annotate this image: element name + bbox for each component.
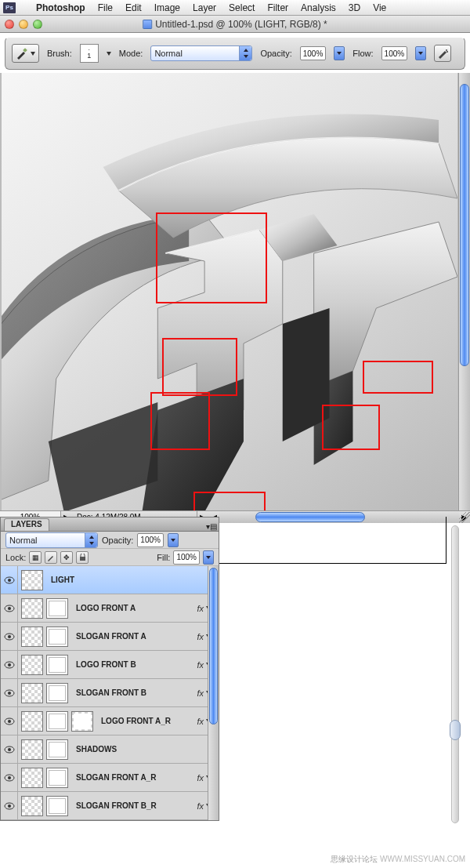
lock-pixels-button[interactable] <box>45 551 57 564</box>
layer-row[interactable]: SLOGAN FRONT Bfx <box>1 679 219 707</box>
layer-thumbnail[interactable] <box>21 711 43 732</box>
opacity-popup-button[interactable] <box>334 46 345 60</box>
layer-thumbnail[interactable] <box>21 626 43 647</box>
layer-row[interactable]: SLOGAN FRONT B_Rfx <box>1 792 219 820</box>
visibility-toggle[interactable] <box>1 764 18 791</box>
visibility-toggle[interactable] <box>1 679 18 706</box>
layer-mask-thumbnail[interactable] <box>46 796 68 816</box>
lock-all-button[interactable] <box>76 551 89 564</box>
flow-input[interactable]: 100% <box>381 46 408 60</box>
layer-extra-thumbnail[interactable] <box>71 711 93 732</box>
layers-panel: LAYERS ▾▤ Normal Opacity: 100% Lock: ▦ ✥… <box>0 517 219 821</box>
panel-menu-button[interactable]: ▾▤ <box>204 522 219 531</box>
flow-popup-button[interactable] <box>415 46 426 60</box>
close-window-button[interactable] <box>5 20 14 29</box>
minimize-window-button[interactable] <box>19 20 28 29</box>
layer-thumbnail[interactable] <box>21 683 43 703</box>
current-tool-preset[interactable] <box>12 44 39 63</box>
layer-thumbnail[interactable] <box>21 768 43 788</box>
visibility-toggle[interactable] <box>1 566 18 594</box>
visibility-toggle[interactable] <box>1 594 18 622</box>
layer-mask-thumbnail[interactable] <box>46 739 68 760</box>
flow-value: 100% <box>385 49 405 58</box>
visibility-toggle[interactable] <box>1 735 18 763</box>
layer-name[interactable]: LOGO FRONT B <box>76 660 136 669</box>
svg-point-2 <box>446 51 448 53</box>
menu-3d[interactable]: 3D <box>349 2 360 13</box>
eye-icon <box>4 576 15 584</box>
layer-mask-thumbnail[interactable] <box>46 768 68 788</box>
layer-name[interactable]: SLOGAN FRONT B <box>76 688 146 697</box>
lock-position-button[interactable]: ✥ <box>60 551 73 564</box>
blend-mode-select[interactable]: Normal <box>150 45 252 61</box>
layer-name[interactable]: LOGO FRONT A_R <box>101 717 171 725</box>
layer-opacity-label: Opacity: <box>102 536 133 545</box>
layer-mask-thumbnail[interactable] <box>46 711 68 732</box>
visibility-toggle[interactable] <box>1 707 18 735</box>
menu-file[interactable]: File <box>98 2 113 13</box>
layer-thumbnail[interactable] <box>21 796 43 816</box>
zoom-window-button[interactable] <box>33 20 42 29</box>
layer-name[interactable]: SLOGAN FRONT A_R <box>76 773 156 782</box>
visibility-toggle[interactable] <box>1 651 18 678</box>
vertical-scrollbar[interactable] <box>458 73 470 510</box>
svg-point-21 <box>8 804 11 808</box>
visibility-toggle[interactable] <box>1 792 18 819</box>
layer-name[interactable]: SHADOWS <box>76 745 117 754</box>
layer-mask-thumbnail[interactable] <box>46 598 68 619</box>
layer-name[interactable]: SLOGAN FRONT A <box>76 632 146 641</box>
layer-thumbnail[interactable] <box>21 739 43 760</box>
layer-mask-thumbnail[interactable] <box>46 626 68 647</box>
menu-layer[interactable]: Layer <box>193 2 216 13</box>
menu-select[interactable]: Select <box>229 2 255 13</box>
layers-vertical-scrollbar[interactable] <box>208 566 219 820</box>
layer-opacity-popup-button[interactable] <box>168 533 179 547</box>
airbrush-toggle[interactable] <box>434 45 451 62</box>
menu-filter[interactable]: Filter <box>267 2 288 13</box>
layer-name[interactable]: LIGHT <box>51 576 74 584</box>
eye-icon <box>4 633 15 641</box>
layer-name[interactable]: LOGO FRONT A <box>76 604 136 612</box>
eye-icon <box>4 689 15 697</box>
layer-thumbnail[interactable] <box>21 655 43 675</box>
resize-grip-icon[interactable] <box>459 512 470 523</box>
layer-row[interactable]: LIGHT <box>1 566 219 594</box>
layer-thumbnail[interactable] <box>21 570 43 590</box>
scrollbar-thumb[interactable] <box>209 568 218 725</box>
flow-label: Flow: <box>352 49 373 58</box>
chevron-down-icon[interactable] <box>107 52 111 56</box>
app-name[interactable]: Photoshop <box>36 2 85 13</box>
layer-name[interactable]: SLOGAN FRONT B_R <box>76 801 157 810</box>
scrollbar-thumb[interactable] <box>450 720 461 740</box>
layers-blend-row: Normal Opacity: 100% <box>1 532 219 549</box>
tab-layers[interactable]: LAYERS <box>4 518 49 531</box>
page-scrollbar[interactable] <box>448 525 462 823</box>
layer-thumbnail[interactable] <box>21 598 43 619</box>
layer-blend-mode-select[interactable]: Normal <box>5 532 98 548</box>
document-titlebar: Untitled-1.psd @ 100% (LIGHT, RGB/8) * <box>0 16 470 33</box>
layer-row[interactable]: SLOGAN FRONT A_Rfx <box>1 764 219 792</box>
menu-view[interactable]: Vie <box>373 2 386 13</box>
layer-row[interactable]: SLOGAN FRONT Afx <box>1 623 219 651</box>
layer-row[interactable]: LOGO FRONT A_Rfx <box>1 707 219 735</box>
svg-point-15 <box>8 720 11 723</box>
layer-row[interactable]: LOGO FRONT Afx <box>1 594 219 623</box>
lock-transparency-button[interactable]: ▦ <box>29 551 42 564</box>
layer-opacity-input[interactable]: 100% <box>137 533 164 547</box>
menu-analysis[interactable]: Analysis <box>301 2 336 13</box>
menu-image[interactable]: Image <box>154 2 180 13</box>
layer-row[interactable]: SHADOWS <box>1 735 219 764</box>
layer-fill-input[interactable]: 100% <box>173 550 200 565</box>
layer-mask-thumbnail[interactable] <box>46 655 68 675</box>
layer-mask-thumbnail[interactable] <box>46 683 68 703</box>
menu-edit[interactable]: Edit <box>125 2 142 13</box>
document-canvas[interactable] <box>2 73 457 510</box>
visibility-toggle[interactable] <box>1 623 18 650</box>
opacity-input[interactable]: 100% <box>300 46 327 60</box>
layer-thumbs <box>21 739 68 760</box>
layer-fill-value: 100% <box>176 553 197 561</box>
scrollbar-thumb[interactable] <box>460 84 469 366</box>
layer-fill-popup-button[interactable] <box>203 550 214 565</box>
layer-row[interactable]: LOGO FRONT Bfx <box>1 651 219 679</box>
brush-preset-picker[interactable]: • 1 <box>80 44 99 63</box>
